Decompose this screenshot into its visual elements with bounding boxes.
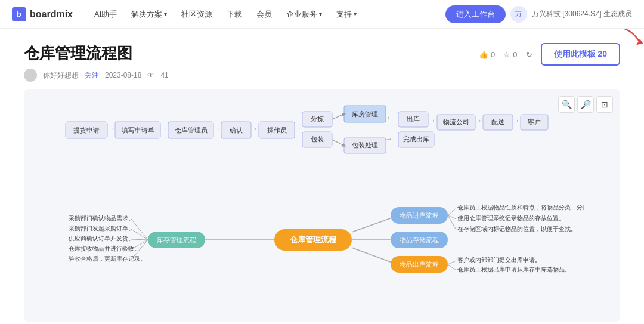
diagram-controls: 🔍 🔎 ⊡ xyxy=(558,96,613,113)
svg-text:→: → xyxy=(385,134,393,143)
zoom-in-button[interactable]: 🔍 xyxy=(558,96,575,113)
page-meta: 你好好想想 关注 2023-08-18 👁 41 xyxy=(24,69,169,82)
nav-support[interactable]: 支持 ▾ xyxy=(329,9,364,20)
svg-text:配送: 配送 xyxy=(491,118,504,125)
logo-icon: b xyxy=(12,7,26,21)
navbar: b boardmix AI助手 解决方案 ▾ 社区资源 下载 会员 企业服务 ▾… xyxy=(0,0,644,29)
svg-text:→: → xyxy=(294,124,302,133)
svg-text:验收合格后，更新库存记录。: 验收合格后，更新库存记录。 xyxy=(69,255,146,262)
svg-text:→: → xyxy=(383,113,391,122)
like-count: 0 xyxy=(491,50,495,59)
zoom-out-button[interactable]: 🔎 xyxy=(577,96,594,113)
svg-text:提货申请: 提货申请 xyxy=(73,126,100,134)
svg-text:→: → xyxy=(428,116,436,125)
svg-text:物品出库流程: 物品出库流程 xyxy=(400,261,439,268)
svg-text:物品存储流程: 物品存储流程 xyxy=(400,236,439,243)
logo[interactable]: b boardmix xyxy=(12,7,73,21)
flowchart-svg: 提货申请 → 填写申请单 → 仓库管理员 → 确认 → 操作员 → 分拣 包装 … xyxy=(54,101,590,166)
svg-text:填写申请单: 填写申请单 xyxy=(121,126,154,134)
star-icon: ☆ xyxy=(503,50,510,59)
star-action[interactable]: ☆ 0 xyxy=(503,50,517,59)
header-actions: 👍 0 ☆ 0 ↻ 使用此模板 20 xyxy=(479,43,620,66)
svg-text:采购部门发起采购订单。: 采购部门发起采购订单。 xyxy=(69,225,134,232)
svg-text:→: → xyxy=(213,124,221,133)
svg-text:客户: 客户 xyxy=(528,118,541,125)
svg-text:库存管理流程: 库存管理流程 xyxy=(157,236,196,243)
zoom-out-icon: 🔎 xyxy=(581,100,591,109)
svg-line-62 xyxy=(352,248,394,263)
svg-text:物品进库流程: 物品进库流程 xyxy=(400,212,439,219)
page-header: 仓库管理流程图 你好好想想 关注 2023-08-18 👁 41 👍 0 ☆ 0… xyxy=(0,29,644,89)
like-icon: 👍 xyxy=(479,50,488,59)
follow-button[interactable]: 关注 xyxy=(85,70,99,81)
svg-text:完成出库: 完成出库 xyxy=(403,135,429,143)
svg-line-71 xyxy=(448,261,456,264)
svg-text:客户或内部部门提交出库申请。: 客户或内部部门提交出库申请。 xyxy=(457,257,541,263)
svg-text:包装: 包装 xyxy=(311,135,324,143)
svg-text:物流公司: 物流公司 xyxy=(443,118,469,125)
svg-text:→: → xyxy=(475,116,482,125)
refresh-icon: ↻ xyxy=(526,50,532,59)
author-avatar xyxy=(24,69,37,82)
view-icon: 👁 xyxy=(147,71,154,79)
mindmap-svg: 仓库管理流程 库存管理流程 采购部门确认物品需求。 采购部门发起采购订单。 供应… xyxy=(60,172,584,310)
svg-text:仓库管理流程: 仓库管理流程 xyxy=(289,235,337,244)
svg-text:确认: 确认 xyxy=(229,126,243,134)
content-section: 仓库管理流程图是一个图形化的表示，用于展示仓库内物品的流动和管理过程。它通过图示… xyxy=(0,322,644,324)
svg-text:采购部门确认物品需求。: 采购部门确认物品需求。 xyxy=(69,215,134,221)
svg-text:操作员: 操作员 xyxy=(267,126,287,134)
svg-text:→: → xyxy=(512,116,520,125)
svg-text:→: → xyxy=(250,124,258,133)
nav-ai[interactable]: AI助手 xyxy=(87,9,124,20)
svg-text:仓库管理员: 仓库管理员 xyxy=(175,126,208,134)
svg-text:库房管理: 库房管理 xyxy=(352,110,378,118)
avatar: 万 xyxy=(510,6,527,23)
nav-solution[interactable]: 解决方案 ▾ xyxy=(124,9,174,20)
nav-member[interactable]: 会员 xyxy=(249,9,279,20)
svg-line-56 xyxy=(352,217,394,232)
view-count: 41 xyxy=(160,71,168,79)
logo-text: boardmix xyxy=(30,9,73,20)
svg-line-67 xyxy=(448,215,456,230)
svg-line-24 xyxy=(332,114,344,119)
red-arrow-indicator xyxy=(608,25,644,49)
publish-date: 2023-08-18 xyxy=(105,71,141,79)
refresh-action[interactable]: ↻ xyxy=(526,50,532,59)
star-count: 0 xyxy=(513,50,517,59)
zoom-in-icon: 🔍 xyxy=(562,100,572,109)
svg-text:使用仓库管理系统记录物品的存放位置。: 使用仓库管理系统记录物品的存放位置。 xyxy=(457,215,565,221)
enter-workspace-button[interactable]: 进入工作台 xyxy=(445,5,506,23)
like-action[interactable]: 👍 0 xyxy=(479,50,495,59)
svg-text:分拣: 分拣 xyxy=(311,115,324,122)
svg-line-65 xyxy=(448,208,456,215)
page-title: 仓库管理流程图 xyxy=(24,43,169,64)
svg-line-72 xyxy=(448,264,456,270)
fit-screen-button[interactable]: ⊡ xyxy=(596,96,613,113)
svg-text:→: → xyxy=(160,124,168,133)
fit-icon: ⊡ xyxy=(601,100,608,109)
nav-enterprise[interactable]: 企业服务 ▾ xyxy=(279,9,329,20)
svg-line-25 xyxy=(332,140,344,146)
nav-community[interactable]: 社区资源 xyxy=(174,9,219,20)
svg-text:仓库员工根据出库申请从库存中陈选物品。: 仓库员工根据出库申请从库存中陈选物品。 xyxy=(457,266,571,273)
diagram-section: 🔍 🔎 ⊡ 提货申请 → 填写申请单 → 仓库管理员 → 确认 → 操作员 → … xyxy=(24,89,620,322)
svg-text:仓库员工根据物品性质和特点，将物品分类、分区。: 仓库员工根据物品性质和特点，将物品分类、分区。 xyxy=(457,204,584,211)
svg-text:出库: 出库 xyxy=(407,115,420,122)
svg-text:仓库接收物品并进行验收。: 仓库接收物品并进行验收。 xyxy=(69,245,140,252)
author-name: 你好好想想 xyxy=(43,70,79,81)
nav-download[interactable]: 下载 xyxy=(219,9,249,20)
company-name: 万兴科技 [300624.SZ] 生态成员 xyxy=(532,9,632,19)
svg-text:供应商确认订单并发货。: 供应商确认订单并发货。 xyxy=(69,235,134,242)
svg-text:→: → xyxy=(107,124,114,133)
svg-text:在存储区域内标记物品的位置，以便于查找。: 在存储区域内标记物品的位置，以便于查找。 xyxy=(457,226,577,232)
svg-text:包装处理: 包装处理 xyxy=(352,141,378,149)
